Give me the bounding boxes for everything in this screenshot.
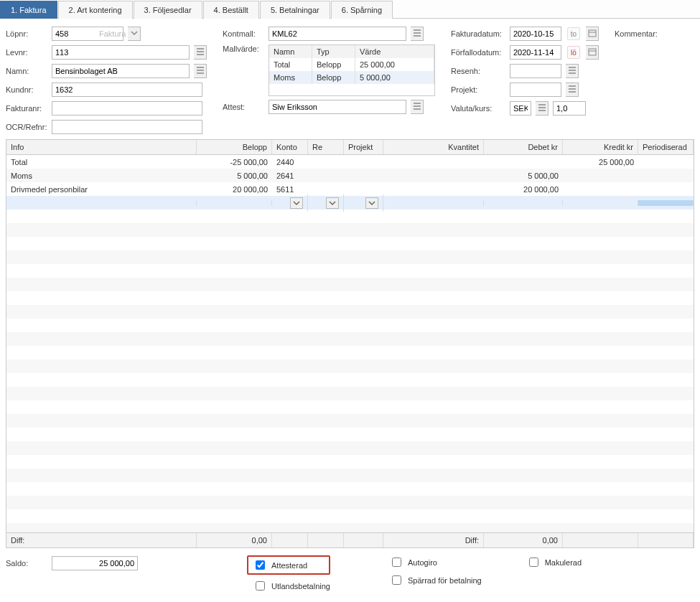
mallvarde-label: Mallvärde:	[223, 44, 264, 53]
col-kvantitet[interactable]: Kvantitet	[383, 140, 484, 154]
col-debet[interactable]: Debet kr	[484, 140, 563, 154]
forfallodatum-calendar-button[interactable]	[586, 45, 599, 60]
col-periodiserad[interactable]: Periodiserad	[638, 140, 694, 154]
projekt-input[interactable]	[510, 83, 561, 97]
col-projekt[interactable]: Projekt	[344, 140, 383, 154]
kontmall-lookup-button[interactable]	[411, 27, 424, 41]
tab-foljesedlar[interactable]: 3. Följesedlar	[134, 1, 202, 19]
diff-value-right: 0,00	[484, 533, 563, 547]
calendar-icon	[588, 29, 597, 39]
tab-faktura[interactable]: 1. Faktura	[0, 1, 57, 19]
fakturadatum-day: to	[567, 27, 580, 40]
calendar-icon	[588, 47, 597, 57]
mv-cell: Total	[269, 58, 312, 71]
mallvarde-row-empty[interactable]	[269, 84, 434, 95]
valuta-lookup-button[interactable]	[536, 101, 549, 116]
lopnr-input[interactable]	[52, 27, 123, 41]
fakturadatum-calendar-button[interactable]	[586, 27, 599, 41]
forfallodatum-input[interactable]	[510, 45, 561, 60]
cell-belopp: 5 000,00	[197, 169, 272, 183]
col-belopp[interactable]: Belopp	[197, 140, 272, 154]
lopnr-dropdown[interactable]	[128, 27, 141, 41]
list-icon	[413, 102, 421, 112]
cell-info-edit[interactable]	[6, 200, 197, 206]
projekt-lookup-button[interactable]	[566, 83, 579, 97]
cell-debet: 5 000,00	[484, 169, 563, 183]
kontmall-input[interactable]	[269, 27, 406, 41]
tab-sparning[interactable]: 6. Spårning	[331, 1, 393, 19]
cell-konto: 2641	[272, 169, 308, 183]
tab-art-kontering[interactable]: 2. Art kontering	[58, 1, 133, 19]
cell-projekt	[344, 159, 383, 165]
utlandsbetalning-checkbox[interactable]	[256, 581, 265, 591]
saldo-value[interactable]	[52, 556, 138, 570]
cell-projekt-edit[interactable]	[344, 194, 383, 212]
mv-col-typ[interactable]: Typ	[312, 45, 355, 58]
cell-info: Total	[6, 155, 197, 169]
tab-betalningar[interactable]: 5. Betalningar	[260, 1, 330, 19]
mv-cell: Moms	[269, 71, 312, 84]
konto-dropdown[interactable]	[290, 197, 303, 209]
attest-lookup-button[interactable]	[411, 100, 424, 114]
cell-konto-edit[interactable]	[272, 194, 308, 212]
valuta-input[interactable]	[510, 101, 531, 116]
mv-col-namn[interactable]: Namn	[269, 45, 312, 58]
utlandsbetalning-label: Utlandsbetalning	[271, 582, 330, 591]
cell-perio-edit[interactable]	[638, 200, 694, 206]
fakturadatum-label: Fakturadatum:	[451, 29, 505, 38]
ocr-input[interactable]	[52, 120, 202, 134]
mv-cell: Belopp	[312, 71, 355, 84]
grid-edit-row[interactable]	[6, 196, 694, 210]
levnr-input[interactable]	[52, 45, 190, 60]
mallvarde-row[interactable]: Total Belopp 25 000,00	[269, 58, 434, 71]
col-kredit[interactable]: Kredit kr	[563, 140, 638, 154]
namn-label: Namn:	[6, 67, 47, 75]
cell-re-edit[interactable]	[308, 194, 344, 212]
list-icon	[538, 103, 546, 113]
diff-value-left: 0,00	[197, 533, 272, 547]
attest-label: Attest:	[223, 103, 264, 111]
projekt-dropdown[interactable]	[365, 197, 378, 209]
fakturanr-input[interactable]	[52, 101, 202, 116]
col-kommentar: Kommentar:	[615, 26, 658, 135]
cell-kvant-edit[interactable]	[383, 200, 484, 206]
mv-cell: 5 000,00	[355, 71, 434, 84]
namn-lookup-button[interactable]	[194, 64, 207, 78]
col-konto[interactable]: Konto	[272, 140, 308, 154]
list-icon	[196, 66, 205, 76]
autogiro-checkbox[interactable]	[392, 558, 401, 567]
re-dropdown[interactable]	[326, 197, 339, 209]
grid-row[interactable]: Moms 5 000,00 2641 5 000,00	[6, 169, 694, 182]
autogiro-label: Autogiro	[408, 558, 437, 567]
mv-col-varde[interactable]: Värde	[355, 45, 434, 58]
kurs-input[interactable]	[553, 101, 586, 116]
resenh-input[interactable]	[510, 64, 561, 78]
attesterad-highlight: Attesterad	[247, 555, 330, 575]
tab-bestallt[interactable]: 4. Beställt	[203, 1, 259, 19]
makulerad-checkbox[interactable]	[529, 558, 538, 567]
mallvarde-row[interactable]: Moms Belopp 5 000,00	[269, 71, 434, 84]
attesterad-checkbox[interactable]	[256, 560, 265, 570]
attest-input[interactable]	[269, 100, 406, 114]
cell-belopp-edit[interactable]	[197, 200, 272, 206]
sparrad-checkbox[interactable]	[392, 575, 401, 585]
kundnr-input[interactable]	[52, 83, 202, 97]
col-info[interactable]: Info	[6, 140, 197, 154]
sparrad-label: Spärrad för betalning	[408, 576, 482, 585]
cell-kredit-edit[interactable]	[563, 200, 638, 206]
grid-row[interactable]: Total -25 000,00 2440 25 000,00	[6, 155, 694, 169]
levnr-lookup-button[interactable]	[194, 45, 207, 60]
cell-debet-edit[interactable]	[484, 200, 563, 206]
fakturadatum-input[interactable]	[510, 27, 561, 41]
attesterad-label: Attesterad	[271, 561, 307, 570]
list-icon	[413, 29, 421, 39]
grid-body: Total -25 000,00 2440 25 000,00 Moms 5 0…	[6, 155, 694, 532]
fakturanr-label: Fakturanr:	[6, 104, 47, 113]
cell-projekt	[344, 187, 383, 192]
svg-rect-1	[589, 49, 596, 55]
resenh-lookup-button[interactable]	[566, 64, 579, 78]
mv-cell: 25 000,00	[355, 58, 434, 71]
namn-input[interactable]	[52, 64, 190, 78]
col-re[interactable]: Re	[308, 140, 344, 154]
svg-rect-0	[589, 30, 596, 37]
